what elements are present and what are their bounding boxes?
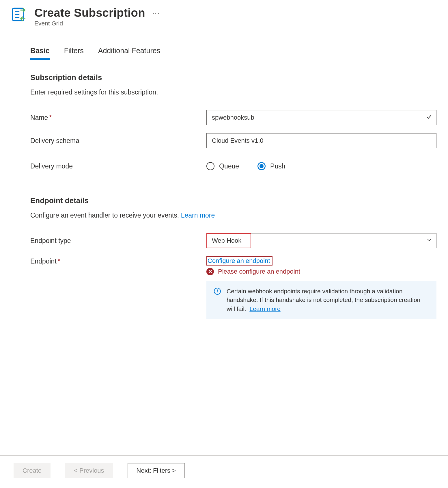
name-value: spwebhooksub [212, 114, 254, 121]
check-icon [426, 114, 432, 122]
name-label-text: Name [30, 114, 48, 121]
error-icon: ✕ [206, 268, 214, 275]
mode-push-label: Push [270, 162, 285, 170]
endpoint-error-text: Please configure an endpoint [218, 268, 300, 275]
page-title: Create Subscription [34, 6, 145, 19]
webhook-info-box: i Certain webhook endpoints require vali… [206, 281, 436, 319]
schema-select[interactable]: Cloud Events v1.0 [206, 133, 436, 148]
required-asterisk: * [49, 114, 52, 121]
required-asterisk: * [58, 257, 60, 265]
endpoint-error: ✕ Please configure an endpoint [206, 268, 436, 275]
tab-filters[interactable]: Filters [64, 47, 84, 60]
event-grid-icon [11, 7, 26, 22]
schema-value: Cloud Events v1.0 [212, 137, 264, 144]
radio-circle-icon [257, 162, 266, 170]
chevron-down-icon [426, 237, 432, 244]
subscription-details-heading: Subscription details [30, 73, 436, 82]
name-label: Name* [30, 114, 206, 122]
info-text: Certain webhook endpoints require valida… [227, 287, 429, 313]
create-subscription-page: Create Subscription ··· Event Grid Basic… [0, 0, 448, 488]
info-icon: i [214, 288, 221, 295]
mode-queue-radio[interactable]: Queue [206, 162, 239, 170]
create-button[interactable]: Create [14, 463, 51, 478]
wizard-footer: Create < Previous Next: Filters > [0, 455, 448, 488]
tab-content: Subscription details Enter required sett… [30, 60, 436, 319]
schema-label: Delivery schema [30, 137, 206, 145]
mode-push-radio[interactable]: Push [257, 162, 285, 170]
page-subtitle: Event Grid [34, 20, 448, 27]
tab-strip: Basic Filters Additional Features [30, 47, 448, 60]
name-input[interactable]: spwebhooksub [206, 110, 436, 125]
page-header: Create Subscription ··· Event Grid [0, 0, 448, 27]
endpoint-type-label: Endpoint type [30, 237, 206, 245]
endpoint-type-select[interactable]: Web Hook [206, 233, 436, 248]
mode-label: Delivery mode [30, 162, 206, 170]
endpoint-learn-more-link[interactable]: Learn more [181, 211, 215, 219]
endpoint-type-value: Web Hook [212, 237, 241, 244]
endpoint-desc-text: Configure an event handler to receive yo… [30, 211, 179, 219]
endpoint-label-text: Endpoint [30, 257, 57, 265]
tab-basic[interactable]: Basic [30, 47, 50, 60]
endpoint-label: Endpoint* [30, 256, 206, 265]
more-actions-button[interactable]: ··· [152, 9, 160, 17]
next-button[interactable]: Next: Filters > [128, 463, 185, 478]
configure-endpoint-link[interactable]: Configure an endpoint [206, 256, 272, 266]
endpoint-details-heading: Endpoint details [30, 196, 436, 205]
mode-radio-group: Queue Push [206, 162, 436, 170]
radio-circle-icon [206, 162, 214, 170]
endpoint-details-desc: Configure an event handler to receive yo… [30, 211, 436, 219]
tab-additional-features[interactable]: Additional Features [98, 47, 160, 60]
subscription-details-desc: Enter required settings for this subscri… [30, 88, 436, 96]
previous-button[interactable]: < Previous [65, 463, 113, 478]
info-learn-more-link[interactable]: Learn more [249, 305, 280, 312]
mode-queue-label: Queue [219, 162, 239, 170]
header-text: Create Subscription ··· Event Grid [34, 6, 448, 27]
